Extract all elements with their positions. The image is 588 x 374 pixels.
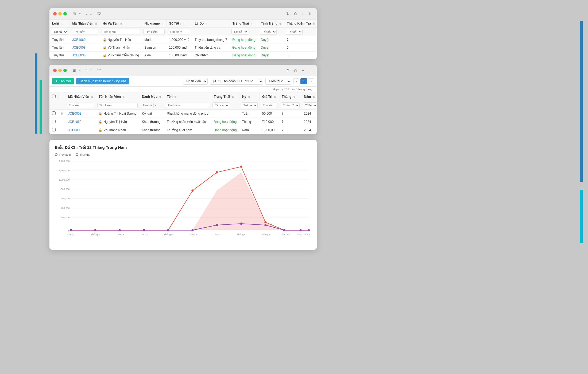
cell-ma-nv-1: JOB1060 <box>69 36 100 44</box>
next-page-btn[interactable]: › <box>308 78 314 84</box>
traffic-yellow-2[interactable] <box>58 69 62 72</box>
cell-thang-kt-1: 7 <box>284 36 317 44</box>
share-icon-1[interactable]: ⎙ <box>293 11 298 16</box>
filter-ma-nv-2[interactable] <box>67 103 94 108</box>
filter-gia-tri-2[interactable] <box>261 103 277 108</box>
link-job0008[interactable]: JOB0008 <box>72 46 86 49</box>
filter-ten-2[interactable] <box>166 103 209 108</box>
traffic-red-1[interactable] <box>53 12 57 15</box>
traffic-green-2[interactable] <box>63 69 67 72</box>
traffic-yellow-1[interactable] <box>58 12 62 15</box>
col-so-tien[interactable]: Số Tiền ⇅ <box>166 20 192 28</box>
row-num-1: 0 <box>59 110 65 118</box>
link-job0003[interactable]: JOB0003 <box>68 112 82 115</box>
col-loai[interactable]: Loại ⇅ <box>49 20 69 28</box>
link-job1060-2[interactable]: JOB1060 <box>68 120 82 124</box>
chart-dot <box>264 221 266 224</box>
row-checkbox-3[interactable] <box>52 128 56 131</box>
shield-icon-1: 🛡 <box>96 11 102 16</box>
lock-icon-2-1: 🔒 <box>98 112 102 115</box>
prev-page-btn[interactable]: ‹ <box>293 78 299 84</box>
select-all-checkbox[interactable] <box>52 95 56 98</box>
apps-icon-1[interactable]: ⠿ <box>308 11 313 16</box>
filter-thang-kt-1[interactable]: Tất cả <box>286 29 303 35</box>
add-icon-2[interactable]: + <box>300 68 305 73</box>
filter-trang-thai-1[interactable]: Tất cả <box>231 29 248 35</box>
chart-dot <box>143 229 145 231</box>
col2-ten-nv[interactable]: Tên Nhân Viên ⇅ <box>96 92 139 101</box>
traffic-red-2[interactable] <box>53 69 57 72</box>
svg-text:1,200,000: 1,200,000 <box>59 169 69 172</box>
col2-ma-nv[interactable]: Mã Nhân Viên ⇅ <box>65 92 96 101</box>
share-icon-2[interactable]: ⎙ <box>293 68 298 73</box>
filter-ma-nv-1[interactable] <box>71 29 98 34</box>
link-job0008-2[interactable]: JOB0008 <box>68 128 82 132</box>
chrome-dropdown-1: ▾ <box>79 12 81 15</box>
filter-loai[interactable]: Tất cả <box>51 29 68 35</box>
col2-ky[interactable]: Kỳ ⇅ <box>239 92 259 101</box>
refresh-icon-2[interactable]: ↻ <box>285 68 291 73</box>
filter-nam-2[interactable]: 2024 <box>303 102 317 108</box>
forward-btn-1[interactable]: › <box>89 11 92 17</box>
page-1-btn[interactable]: 1 <box>300 78 307 84</box>
filter-danh-muc-2[interactable] <box>141 103 154 108</box>
filter-trang-thai-2[interactable]: Tất cả <box>212 102 229 108</box>
apps-icon-2[interactable]: ⠿ <box>308 68 313 73</box>
chart-dot <box>191 189 194 192</box>
row-checkbox-2[interactable] <box>52 120 56 123</box>
filter-nhanvien[interactable]: Nhân viên <box>183 78 208 85</box>
svg-text:200,000: 200,000 <box>61 216 70 219</box>
legend-dot-red <box>55 153 57 156</box>
col-ly-do[interactable]: Lý Do ⇅ <box>192 20 230 28</box>
cell-ho-ten-3: 🔒 Vũ Phạm Cẩm Nhung <box>100 52 142 59</box>
filter-company[interactable]: [JTG] Tập đoàn JT GROUP <box>210 78 263 85</box>
link-job1060[interactable]: JOB1060 <box>72 38 86 42</box>
filter-ky-2[interactable]: Tất cả <box>241 102 258 108</box>
col-thang-kt[interactable]: Tháng Kiểm Tra ⇅ <box>284 20 317 28</box>
cell2-ma-nv-1: JOB0003 <box>65 110 96 118</box>
filter-ho-ten-1[interactable] <box>102 29 140 34</box>
forward-btn-2[interactable]: › <box>89 67 92 73</box>
filter-ten-nv-2[interactable] <box>97 103 137 108</box>
row-num-3 <box>59 126 65 134</box>
col2-danh-muc[interactable]: Danh Mục ⇅ <box>139 92 164 101</box>
create-button[interactable]: ✦ Tạo mới <box>52 78 74 84</box>
link-job0036[interactable]: JOB0036 <box>72 53 86 57</box>
back-btn-1[interactable]: ‹ <box>84 11 88 17</box>
filter-nickname-1[interactable] <box>143 29 165 34</box>
back-btn-2[interactable]: ‹ <box>84 67 88 73</box>
col-nickname[interactable]: Nickname ⇅ <box>142 20 166 28</box>
filter-tinh-trang-1[interactable]: Tất cả <box>260 29 277 35</box>
col2-thang[interactable]: Tháng ⇅ <box>279 92 301 101</box>
traffic-green-1[interactable] <box>63 12 67 15</box>
table-row: JOB0008 🔒 Võ Thành Nhân Khen thưởng Thưở… <box>49 126 317 134</box>
add-icon-1[interactable]: + <box>300 11 305 16</box>
cell2-thang-2: 7 <box>279 118 301 126</box>
col-tinh-trang[interactable]: Tình Trạng ⇅ <box>258 20 284 28</box>
chart-dot <box>167 229 169 231</box>
col-ho-ten[interactable]: Họ Và Tên ⇅ <box>100 20 142 28</box>
col2-gia-tri[interactable]: Giá Trị ⇅ <box>259 92 279 101</box>
chart-dot <box>300 229 302 231</box>
cell-ly-do-3: Chi nhầm <box>192 52 230 59</box>
svg-text:Tháng 8: Tháng 8 <box>237 233 246 236</box>
table-1: Loại ⇅ Mã Nhân Viên ⇅ Họ Và Tên ⇅ Nickna… <box>49 20 317 59</box>
chart-dot <box>118 229 121 231</box>
row-checkbox-1[interactable] <box>52 111 56 115</box>
filter-so-tien-1[interactable] <box>168 29 190 34</box>
filter-thang-2[interactable]: Tháng 7 <box>281 102 300 108</box>
category-button[interactable]: Danh mục khen thưởng - kỷ luật <box>76 78 129 84</box>
svg-text:Tháng 2: Tháng 2 <box>91 233 100 236</box>
filter-display[interactable]: Hiện thị 20 <box>265 78 291 85</box>
col2-nam[interactable]: Năm ⇅ <box>301 92 317 101</box>
traffic-lights-1 <box>53 12 67 15</box>
cell-ly-do-1: Truy thu lương tháng 7 <box>192 36 230 44</box>
col2-trang-thai[interactable]: Trạng Thái ⇅ <box>211 92 239 101</box>
chart-dot <box>70 229 72 231</box>
col-trang-thai[interactable]: Trạng Thái ⇅ <box>230 20 258 28</box>
create-button-label: Tạo mới <box>59 79 71 83</box>
danh-muc-dropdown-icon: ▾ <box>155 103 156 107</box>
col-ma-nv[interactable]: Mã Nhân Viên ⇅ <box>69 20 100 28</box>
refresh-icon-1[interactable]: ↻ <box>285 11 291 16</box>
col2-ten[interactable]: Tên ⇅ <box>164 92 211 101</box>
